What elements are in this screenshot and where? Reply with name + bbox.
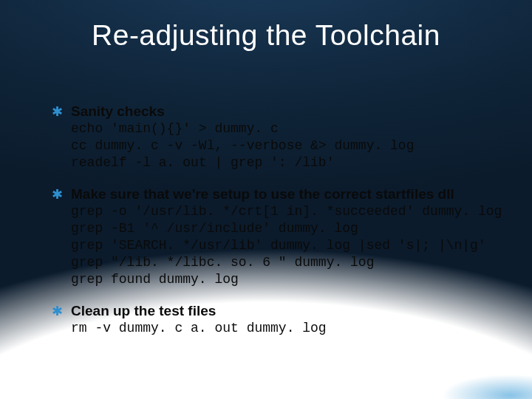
list-item: ✱ Sanity checks echo 'main(){}' > dummy.… — [52, 103, 502, 171]
item-heading: Clean up the test files — [71, 303, 216, 320]
item-heading: Make sure that we're setup to use the co… — [71, 186, 454, 203]
slide-title: Re-adjusting the Toolchain — [0, 0, 532, 52]
slide-body: ✱ Sanity checks echo 'main(){}' > dummy.… — [52, 103, 502, 352]
list-item: ✱ Clean up the test files rm -v dummy. c… — [52, 303, 502, 337]
code-block: rm -v dummy. c a. out dummy. log — [71, 320, 502, 337]
bullet-icon: ✱ — [52, 188, 71, 202]
item-heading: Sanity checks — [71, 103, 165, 120]
bullet-icon: ✱ — [52, 105, 71, 120]
bullet-icon: ✱ — [52, 304, 71, 319]
code-block: echo 'main(){}' > dummy. c cc dummy. c -… — [71, 120, 502, 171]
slide: Re-adjusting the Toolchain ✱ Sanity chec… — [0, 0, 532, 399]
code-block: grep -o '/usr/lib. */crt[1 in]. *succeed… — [71, 203, 502, 288]
list-item: ✱ Make sure that we're setup to use the … — [52, 186, 502, 288]
